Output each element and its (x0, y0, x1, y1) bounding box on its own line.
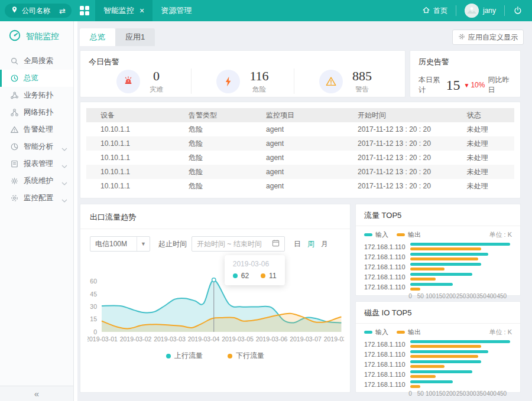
user-menu[interactable]: jany (465, 4, 496, 18)
chevron-down-icon (61, 145, 67, 148)
sidebar-item-overview[interactable]: 总览 (0, 70, 73, 87)
table-row[interactable]: 10.10.1.1危险agent2017-11-12 13 : 20 : 20未… (86, 151, 514, 165)
content-tabs: 总览 应用1 应用自定义显示 (80, 28, 524, 46)
card-title: 出口流量趋势 (90, 213, 136, 221)
svg-text:2019-03-03: 2019-03-03 (154, 335, 186, 343)
topbar-right: 首页 jany (422, 4, 532, 18)
bar-输入 (410, 273, 472, 276)
tooltip-date: 2019-03-06 (233, 260, 277, 268)
sidebar-item-analysis[interactable]: 智能分析 (0, 138, 73, 155)
user-name: jany (483, 6, 496, 15)
legend-dash-icon (364, 331, 372, 334)
bar-输入 (410, 380, 453, 383)
card-title: 今日告警 (89, 57, 397, 67)
home-button[interactable]: 首页 (422, 6, 447, 16)
table-cell: 2017-11-12 13 : 20 : 20 (353, 122, 462, 136)
sidebar-item-business-topology[interactable]: 业务拓扑 (0, 87, 73, 104)
sidebar-item-label: 监控配置 (24, 193, 53, 203)
topbar-tab-resource[interactable]: 资源管理 (153, 0, 200, 21)
location-pin-icon (11, 6, 18, 15)
company-selector[interactable]: 公司名称 ⇄ (5, 4, 72, 18)
customize-display-button[interactable]: 应用自定义显示 (452, 30, 524, 45)
bar-输入 (410, 243, 510, 246)
chevron-down-icon (61, 179, 67, 182)
sidebar-item-report[interactable]: 报表管理 (0, 155, 73, 172)
search-icon (10, 57, 19, 66)
period-option-0[interactable]: 日 (294, 239, 301, 249)
chevron-down-icon: ▼ (137, 237, 150, 251)
stat-danger: 116危险 (191, 69, 294, 94)
legend-dash-icon (397, 331, 405, 334)
traffic-trend-card: 出口流量趋势 电信100M ▼ 起止时间 日周月 0153045602019-0… (80, 204, 351, 393)
table-row[interactable]: 10.10.1.1危险agent2017-11-12 13 : 20 : 20未… (86, 165, 514, 179)
bar-输出 (410, 365, 445, 368)
chevron-down-icon (61, 162, 67, 165)
table-header-cell: 状态 (462, 108, 514, 122)
bar-输入 (410, 350, 488, 353)
sidebar: 智能监控 全局搜索总览业务拓扑网络拓扑告警处理智能分析报表管理系统维护监控配置 … (0, 21, 74, 401)
table-cell: 2017-11-12 13 : 20 : 20 (353, 151, 462, 165)
svg-text:2019-03-08: 2019-03-08 (324, 335, 344, 343)
unit-label: 单位 : K (489, 230, 512, 239)
sidebar-item-maintenance[interactable]: 系统维护 (0, 172, 73, 190)
gauge-logo-icon (8, 29, 21, 44)
period-option-1[interactable]: 周 (307, 239, 314, 249)
sidebar-collapse-button[interactable]: « (0, 386, 73, 401)
calendar-icon[interactable] (272, 239, 280, 249)
close-tab-icon[interactable]: × (140, 6, 144, 15)
table-row[interactable]: 10.10.1.1危险agent2017-11-12 13 : 20 : 20未… (86, 122, 514, 136)
period-option-2[interactable]: 月 (321, 239, 328, 249)
svg-text:2019-03-02: 2019-03-02 (120, 335, 152, 343)
sidebar-item-monitor-config[interactable]: 监控配置 (0, 190, 73, 207)
bar-axis: 050100150200250300350400450 (410, 390, 512, 397)
table-cell: agent (261, 122, 353, 136)
legend-down[interactable]: 下行流量 (228, 351, 264, 361)
sidebar-logo: 智能监控 (0, 21, 73, 51)
tab-overview[interactable]: 总览 (80, 28, 115, 46)
table-cell: agent (261, 136, 353, 151)
bar-输出 (410, 268, 445, 270)
history-suffix: 同比昨日 (488, 75, 512, 95)
date-range-input[interactable] (197, 240, 272, 248)
bar-group: 172.168.1.110 (364, 370, 512, 378)
network-topology-icon (10, 108, 19, 117)
bar-group: 172.168.1.110 (364, 273, 512, 281)
sidebar-item-alert-handling[interactable]: 告警处理 (0, 121, 73, 138)
sidebar-item-network-topology[interactable]: 网络拓扑 (0, 104, 73, 121)
lightning-icon (216, 70, 240, 93)
area-chart: 0153045602019-03-012019-03-022019-03-032… (87, 259, 343, 347)
svg-text:15: 15 (90, 315, 97, 322)
tab-app1[interactable]: 应用1 (115, 28, 155, 46)
power-icon[interactable] (513, 6, 523, 15)
alert-icon (10, 125, 19, 134)
switch-company-icon[interactable]: ⇄ (59, 7, 66, 15)
business-topology-icon (10, 91, 19, 100)
svg-text:2019-03-01: 2019-03-01 (87, 335, 118, 343)
stat-value: 0 (150, 69, 163, 84)
bar-输出 (410, 278, 436, 281)
apps-grid-icon[interactable] (80, 6, 89, 15)
stat-value: 885 (352, 69, 372, 84)
card-title: 流量 TOP5 (364, 211, 401, 220)
sidebar-item-label: 网络拓扑 (24, 107, 53, 118)
table-row[interactable]: 10.10.1.1危险agent2017-11-12 13 : 20 : 20未… (86, 179, 514, 193)
chart-tooltip: 2019-03-06 62 11 (225, 255, 285, 285)
legend-up[interactable]: 上行流量 (166, 351, 203, 361)
unit-label: 单位 : K (489, 328, 512, 337)
topbar-tab-monitor[interactable]: 智能监控 × (95, 0, 153, 21)
alerts-table-card: 设备告警类型监控项目开始时间状态10.10.1.1危险agent2017-11-… (80, 102, 521, 198)
table-cell: 2017-11-12 13 : 20 : 20 (353, 165, 462, 179)
stat-label: 危险 (249, 85, 268, 94)
page: 公司名称 ⇄ 智能监控 × 资源管理 首页 jany (0, 0, 532, 401)
bar-输入 (410, 360, 481, 363)
svg-text:2019-03-06: 2019-03-06 (256, 335, 288, 343)
up-series-dot (233, 273, 238, 278)
sidebar-item-label: 报表管理 (24, 159, 53, 169)
bar-category-label: 172.168.1.110 (364, 253, 410, 260)
line-select[interactable]: 电信100M ▼ (90, 236, 150, 252)
svg-text:60: 60 (90, 278, 97, 285)
table-row[interactable]: 10.10.1.1危险agent2017-11-12 13 : 20 : 20未… (86, 136, 514, 151)
sidebar-item-global-search[interactable]: 全局搜索 (0, 53, 73, 70)
table-cell: agent (261, 151, 353, 165)
bar-category-label: 172.168.1.110 (364, 341, 410, 348)
